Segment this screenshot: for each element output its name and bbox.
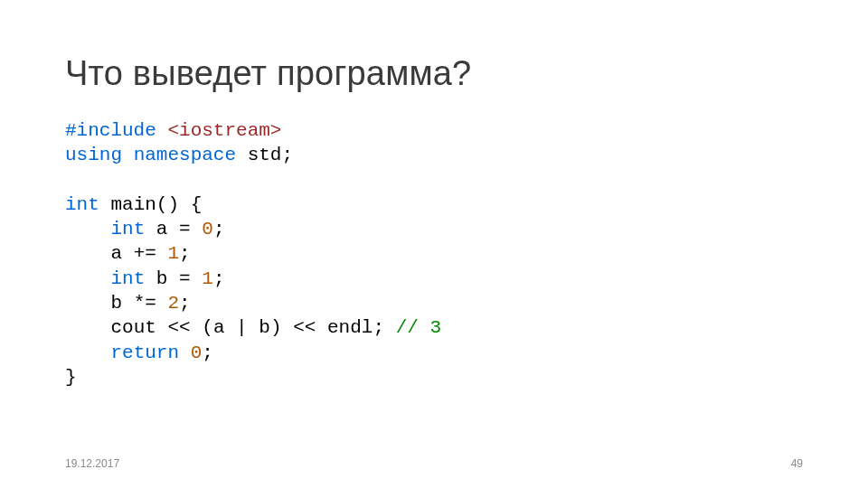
op-ltlt-2: <<: [293, 317, 316, 338]
id-b-1: b: [156, 268, 168, 289]
brace-close: }: [65, 367, 77, 388]
kw-using: using: [65, 145, 122, 165]
slide-footer: 19.12.2017 49: [65, 457, 803, 470]
op-pipe: |: [236, 317, 248, 338]
kw-namespace: namespace: [134, 145, 236, 165]
op-eq-1: =: [179, 219, 191, 239]
op-pluseq: +=: [134, 243, 156, 264]
semi-7: ;: [202, 343, 213, 363]
lit-2: 2: [167, 293, 179, 314]
semi-4: ;: [213, 268, 225, 289]
op-eq-2: =: [179, 268, 191, 289]
paren-open: (: [156, 194, 168, 215]
lit-1-2: 1: [202, 268, 213, 289]
id-std: std: [248, 145, 282, 165]
paren-close: ): [167, 194, 179, 215]
paren-close-2: ): [270, 317, 282, 338]
lit-1-1: 1: [167, 243, 179, 264]
id-a-1: a: [156, 219, 168, 239]
kw-int-3: int: [110, 268, 145, 289]
semi: ;: [281, 145, 293, 165]
kw-int-2: int: [110, 219, 145, 239]
semi-6: ;: [373, 317, 384, 338]
id-endl: endl: [327, 317, 373, 338]
id-main: main: [110, 194, 156, 215]
op-ltlt-1: <<: [167, 317, 190, 338]
brace-open: {: [191, 194, 203, 215]
semi-2: ;: [213, 219, 225, 239]
include-directive: #include: [65, 120, 156, 141]
kw-return: return: [110, 343, 179, 363]
id-b-2: b: [110, 293, 122, 314]
include-header: <iostream>: [167, 120, 281, 141]
lit-0-1: 0: [202, 219, 213, 239]
id-a-2: a: [110, 243, 122, 264]
footer-page: 49: [791, 457, 803, 470]
id-a-3: a: [213, 317, 225, 338]
slide-title: Что выведет программа?: [65, 54, 803, 93]
paren-open-2: (: [202, 317, 213, 338]
id-b-3: b: [259, 317, 270, 338]
semi-5: ;: [179, 293, 191, 314]
lit-0-2: 0: [191, 343, 203, 363]
semi-3: ;: [179, 243, 191, 264]
slide: Что выведет программа? #include <iostrea…: [0, 0, 868, 488]
code-block: #include <iostream> using namespace std;…: [65, 118, 803, 389]
kw-int-1: int: [65, 194, 99, 215]
id-cout: cout: [110, 317, 156, 338]
footer-date: 19.12.2017: [65, 457, 119, 470]
comment: // 3: [396, 317, 441, 338]
op-stareq: *=: [134, 293, 156, 314]
